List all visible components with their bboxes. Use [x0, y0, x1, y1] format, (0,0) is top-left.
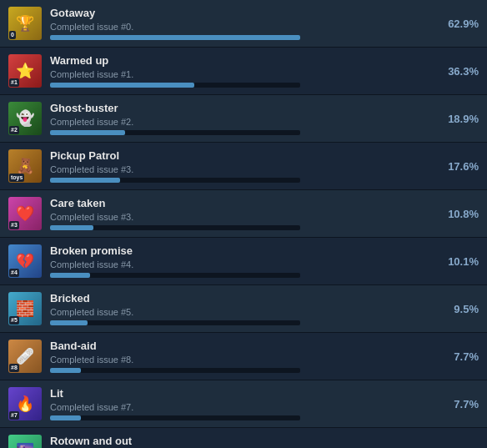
achievement-percent: 7.7% [441, 398, 479, 410]
achievement-name: Gotaway [50, 7, 441, 19]
achievement-subtitle: Completed issue #2. [50, 117, 441, 127]
achievement-row[interactable]: 💔 #4 Broken promise Completed issue #4. … [0, 238, 487, 285]
achievement-info: Lit Completed issue #7. [50, 387, 441, 420]
progress-bar [50, 320, 88, 325]
achievement-info: Warmed up Completed issue #1. [50, 54, 441, 88]
progress-bar-container [50, 415, 300, 420]
icon-badge: #2 [9, 126, 19, 134]
achievement-subtitle: Completed issue #5. [50, 307, 441, 317]
achievement-name: Warmed up [50, 54, 441, 67]
achievement-row[interactable]: 👻 #2 Ghost-buster Completed issue #2. 18… [0, 95, 487, 143]
icon-badge: #3 [9, 221, 19, 229]
achievement-percent: 7.1% [441, 445, 479, 449]
progress-bar-container [50, 320, 300, 325]
achievement-icon: 🧱 #5 [8, 292, 42, 325]
progress-bar [50, 225, 93, 230]
achievement-subtitle: Completed issue #1. [50, 69, 441, 79]
achievement-info: Bricked Completed issue #5. [50, 292, 441, 325]
icon-badge: #7 [9, 411, 19, 420]
icon-badge: #4 [9, 269, 19, 277]
progress-bar-container [50, 368, 300, 373]
achievement-percent: 7.7% [441, 350, 479, 363]
achievement-percent: 18.9% [441, 113, 479, 125]
achievement-info: Gotaway Completed issue #0. [50, 7, 441, 40]
achievement-row[interactable]: 🏆 0 Gotaway Completed issue #0. 62.9% [0, 0, 487, 48]
achievement-name: Rotown and out [50, 435, 441, 447]
progress-bar [50, 368, 81, 373]
icon-badge: #8 [9, 364, 19, 372]
achievement-name: Pickup Patrol [50, 149, 441, 162]
icon-badge: 0 [9, 31, 16, 39]
achievement-name: Band-aid [50, 340, 441, 352]
achievement-name: Bricked [50, 292, 441, 305]
achievement-icon: ❤️ #3 [8, 197, 42, 230]
achievement-name: Care taken [50, 197, 441, 209]
progress-bar [50, 35, 300, 40]
achievement-info: Band-aid Completed issue #8. [50, 340, 441, 373]
achievement-subtitle: Completed issue #4. [50, 259, 441, 269]
achievement-percent: 10.1% [441, 255, 479, 268]
achievement-icon: 🔥 #7 [8, 387, 42, 420]
achievement-icon: 🏆 0 [8, 7, 42, 40]
achievement-icon: 👻 #2 [8, 102, 42, 135]
achievement-percent: 9.5% [441, 303, 479, 315]
achievement-subtitle: Completed issue #3. [50, 212, 441, 222]
achievement-percent: 17.6% [441, 160, 479, 173]
achievement-row[interactable]: 🩹 #8 Band-aid Completed issue #8. 7.7% [0, 333, 487, 380]
achievement-subtitle: Completed issue #3. [50, 164, 441, 174]
achievement-icon: 🌆 #9 [8, 435, 42, 448]
achievement-row[interactable]: 🧸 toys Pickup Patrol Completed issue #3.… [0, 143, 487, 190]
achievement-icon: 🩹 #8 [8, 340, 42, 373]
progress-bar [50, 130, 125, 135]
achievement-info: Broken promise Completed issue #4. [50, 244, 441, 278]
achievement-info: Rotown and out Completed issue #9. [50, 435, 441, 448]
achievement-row[interactable]: ⭐ #1 Warmed up Completed issue #1. 36.3% [0, 48, 487, 95]
progress-bar [50, 178, 120, 183]
progress-bar-container [50, 273, 300, 278]
achievement-percent: 10.8% [441, 208, 479, 220]
achievement-list: 🏆 0 Gotaway Completed issue #0. 62.9% ⭐ … [0, 0, 487, 448]
progress-bar-container [50, 35, 300, 40]
achievement-name: Ghost-buster [50, 102, 441, 114]
achievement-subtitle: Completed issue #0. [50, 22, 441, 32]
achievement-info: Care taken Completed issue #3. [50, 197, 441, 230]
achievement-row[interactable]: 🌆 #9 Rotown and out Completed issue #9. … [0, 428, 487, 448]
achievement-percent: 62.9% [441, 18, 479, 30]
achievement-name: Broken promise [50, 244, 441, 257]
progress-bar-container [50, 83, 300, 88]
achievement-percent: 36.3% [441, 65, 479, 78]
icon-badge: #5 [9, 316, 19, 325]
icon-badge: #1 [9, 78, 19, 87]
achievement-row[interactable]: ❤️ #3 Care taken Completed issue #3. 10.… [0, 190, 487, 238]
progress-bar [50, 273, 90, 278]
progress-bar-container [50, 130, 300, 135]
icon-badge: toys [9, 174, 24, 182]
achievement-icon: 🧸 toys [8, 149, 42, 183]
progress-bar [50, 415, 81, 420]
achievement-row[interactable]: 🔥 #7 Lit Completed issue #7. 7.7% [0, 380, 487, 428]
achievement-subtitle: Completed issue #7. [50, 402, 441, 412]
achievement-subtitle: Completed issue #8. [50, 355, 441, 365]
achievement-info: Ghost-buster Completed issue #2. [50, 102, 441, 135]
progress-bar-container [50, 225, 300, 230]
achievement-icon: 💔 #4 [8, 244, 42, 278]
achievement-icon-img: 🌆 [8, 435, 42, 448]
progress-bar [50, 83, 194, 88]
achievement-name: Lit [50, 387, 441, 400]
achievement-icon: ⭐ #1 [8, 54, 42, 88]
progress-bar-container [50, 178, 300, 183]
achievement-info: Pickup Patrol Completed issue #3. [50, 149, 441, 183]
achievement-row[interactable]: 🧱 #5 Bricked Completed issue #5. 9.5% [0, 285, 487, 333]
